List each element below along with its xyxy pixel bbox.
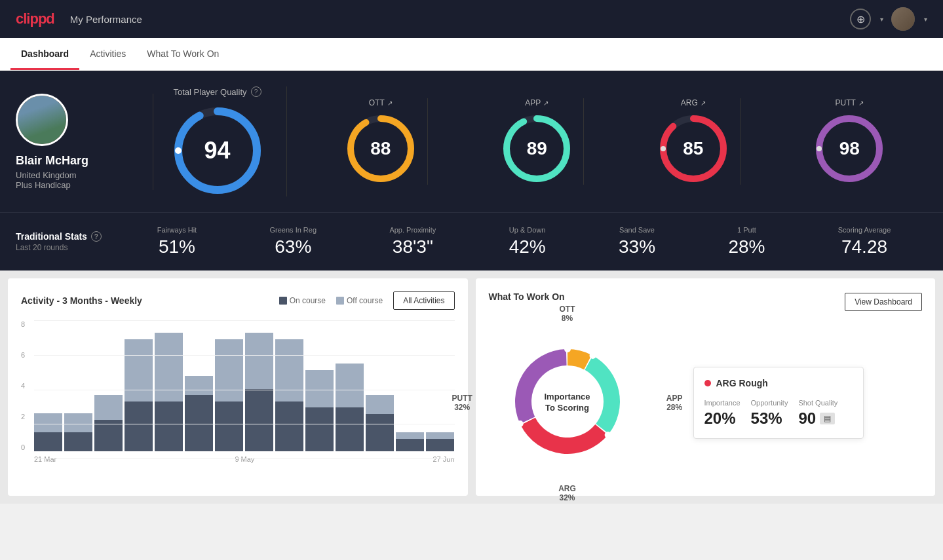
legend-on-course-dot <box>279 297 287 305</box>
putt-donut-label: PUTT32% <box>452 394 472 412</box>
total-quality: Total Player Quality ? 94 <box>169 86 287 196</box>
bar-dark <box>94 420 123 451</box>
bottom-section: Activity - 3 Months - Weekly On course O… <box>0 271 943 504</box>
svg-point-14 <box>589 352 596 359</box>
tab-activities[interactable]: Activities <box>79 39 136 70</box>
chart-wrapper: 8 6 4 2 0 <box>21 320 455 479</box>
bar-group <box>305 327 334 451</box>
bar-group <box>366 327 394 451</box>
player-handicap: Plus Handicap <box>16 180 71 190</box>
app-donut-label: APP28% <box>666 394 683 412</box>
bar-light <box>94 395 123 420</box>
app-header: clippd My Performance ⊕ ▾ ▾ <box>0 0 943 38</box>
tab-what-to-work-on[interactable]: What To Work On <box>136 39 229 70</box>
trad-stats-label: Traditional Stats ? Last 20 rounds <box>16 231 121 252</box>
stat-proximity-value: 38'3" <box>393 236 433 257</box>
metric-opportunity: Opportunity 53% <box>751 399 788 428</box>
stats-grid: Fairways Hit 51% Greens In Reg 63% App. … <box>121 226 927 257</box>
logo[interactable]: clippd <box>16 10 54 28</box>
bar-dark <box>215 401 243 451</box>
metric-shotquality-value: 90 <box>798 409 816 428</box>
bar-dark <box>336 407 364 451</box>
avatar-inner <box>18 96 66 144</box>
svg-point-16 <box>516 420 523 427</box>
bar-group <box>185 327 213 451</box>
app-label: APP ↗ <box>525 98 548 107</box>
tab-dashboard[interactable]: Dashboard <box>10 39 79 70</box>
sub-score-ott: OTT ↗ 88 <box>334 98 428 185</box>
bar-dark <box>185 395 213 451</box>
stat-sandsave-value: 33% <box>619 236 655 257</box>
total-quality-circle: 94 <box>172 105 263 196</box>
y-label-4: 4 <box>21 382 34 390</box>
ott-label: OTT ↗ <box>369 98 393 107</box>
chart-title: Activity - 3 Months - Weekly <box>21 295 142 306</box>
y-label-2: 2 <box>21 413 34 420</box>
bar-dark <box>305 407 334 451</box>
bar-light <box>185 376 213 395</box>
wtwo-header: What To Work On View Dashboard <box>489 291 923 312</box>
x-label-mar: 21 Mar <box>34 455 56 463</box>
bar-light <box>34 413 62 432</box>
player-country: United Kingdom <box>16 170 77 180</box>
wtwo-title: What To Work On <box>489 291 565 302</box>
wtwo-content: OTT8% ImportanceTo Scoring APP28% ARG32%… <box>489 323 923 483</box>
logo-text: clippd <box>16 10 54 28</box>
chart-legend: On course Off course <box>279 296 383 305</box>
header-title: My Performance <box>70 14 142 25</box>
arg-value: 85 <box>683 138 703 159</box>
x-label-may: 9 May <box>235 455 254 463</box>
legend-off-course-dot <box>336 297 344 305</box>
traditional-stats: Traditional Stats ? Last 20 rounds Fairw… <box>0 212 943 271</box>
sub-score-putt: PUTT ↗ 98 <box>803 98 896 185</box>
bar-light <box>396 432 424 439</box>
help-icon[interactable]: ? <box>251 86 261 97</box>
app-value: 89 <box>527 138 547 159</box>
y-label-6: 6 <box>21 351 34 359</box>
metric-opportunity-label: Opportunity <box>751 399 788 407</box>
activity-panel: Activity - 3 Months - Weekly On course O… <box>8 278 468 496</box>
putt-arrow: ↗ <box>858 100 864 107</box>
bar-light <box>64 413 92 432</box>
stat-scoring-label: Scoring Average <box>838 226 891 234</box>
sub-scores: OTT ↗ 88 APP ↗ <box>287 98 927 185</box>
plus-icon: ⊕ <box>856 13 865 26</box>
trad-help-icon[interactable]: ? <box>91 231 102 242</box>
arg-arrow: ↗ <box>701 100 706 107</box>
bar-dark <box>426 439 454 451</box>
view-dashboard-button[interactable]: View Dashboard <box>845 293 922 311</box>
stat-gir-value: 63% <box>275 236 311 257</box>
bar-group <box>34 327 62 451</box>
player-name: Blair McHarg <box>16 154 88 168</box>
donut-wrapper: OTT8% ImportanceTo Scoring APP28% ARG32%… <box>489 323 646 483</box>
putt-circle: 98 <box>813 113 885 185</box>
bar-dark <box>34 432 62 451</box>
bar-group <box>64 327 92 451</box>
ott-donut-label: OTT8% <box>560 305 575 323</box>
avatar-image <box>891 7 915 31</box>
all-activities-button[interactable]: All Activities <box>393 291 454 310</box>
tabs-nav: Dashboard Activities What To Work On <box>0 38 943 71</box>
donut-center-text: ImportanceTo Scoring <box>544 392 590 414</box>
svg-point-13 <box>564 346 571 352</box>
avatar[interactable] <box>891 7 915 31</box>
header-chevron-add: ▾ <box>880 16 883 23</box>
scores-area: Total Player Quality ? 94 OTT ↗ <box>153 86 927 196</box>
stat-scoring-value: 74.28 <box>841 236 887 257</box>
red-dot-icon <box>704 380 711 386</box>
y-label-0: 0 <box>21 443 34 451</box>
ott-arrow: ↗ <box>387 100 393 107</box>
stat-updown-value: 42% <box>509 236 546 257</box>
app-arrow: ↗ <box>543 100 548 107</box>
bar-group <box>426 327 454 451</box>
metric-importance: Importance 20% <box>704 399 741 428</box>
stat-1putt: 1 Putt 28% <box>728 226 765 257</box>
metric-shotquality: Shot Quality 90 ▤ <box>798 399 837 428</box>
add-button[interactable]: ⊕ <box>850 9 871 29</box>
donut-segment-arg <box>520 418 607 454</box>
detail-card-title: ARG Rough <box>704 378 853 388</box>
stat-fairways-value: 51% <box>159 236 195 257</box>
arg-label: ARG ↗ <box>681 98 706 107</box>
bars-container <box>34 320 455 451</box>
legend-off-course: Off course <box>336 296 383 305</box>
